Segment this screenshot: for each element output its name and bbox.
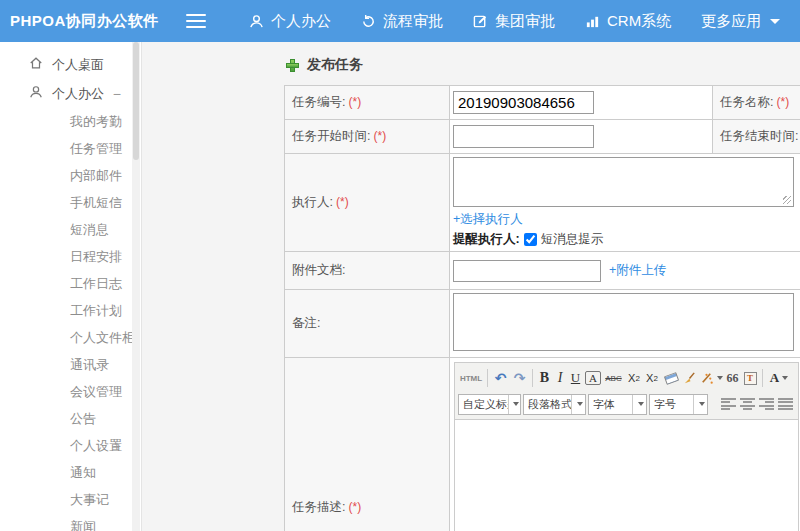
collapse-minus-icon[interactable]: − bbox=[113, 87, 121, 101]
sidebar-item-desktop[interactable]: 个人桌面 bbox=[0, 50, 141, 79]
task-name-label: 任务名称: bbox=[720, 95, 773, 109]
sidebar-item-mobile-sms[interactable]: 手机短信 bbox=[0, 189, 141, 216]
bar-chart-icon bbox=[585, 14, 600, 29]
sidebar-item-memorabilia[interactable]: 大事记 bbox=[0, 486, 141, 513]
sidebar-item-short-message[interactable]: 短消息 bbox=[0, 216, 141, 243]
nav-label: 流程审批 bbox=[383, 12, 443, 31]
sidebar-scrollbar-thumb[interactable] bbox=[133, 42, 139, 160]
remind-executor-label: 提醒执行人: bbox=[453, 231, 520, 248]
sidebar-item-label: 个人桌面 bbox=[52, 56, 104, 74]
subscript-button[interactable]: X2 bbox=[644, 368, 660, 388]
sidebar-item-label: 日程安排 bbox=[70, 248, 122, 266]
font-size-dropdown[interactable]: 字号 bbox=[649, 394, 708, 415]
form-row-description: 任务描述:(*) HTML ↶ ↷ B I U A bbox=[285, 358, 800, 531]
remark-label: 备注: bbox=[292, 316, 320, 330]
sidebar-item-label: 手机短信 bbox=[70, 194, 122, 212]
font-name-button[interactable]: A bbox=[585, 371, 601, 385]
align-center-icon[interactable] bbox=[740, 398, 755, 411]
sms-remind-checkbox[interactable] bbox=[524, 233, 537, 246]
remark-textarea[interactable] bbox=[453, 293, 794, 351]
page-title: 发布任务 bbox=[286, 56, 363, 74]
sidebar-item-label: 任务管理 bbox=[70, 140, 122, 158]
italic-button[interactable]: I bbox=[554, 368, 566, 388]
sidebar-item-personal-office[interactable]: 个人办公 − bbox=[0, 79, 141, 108]
description-label: 任务描述: bbox=[292, 500, 345, 514]
quick-format-wand-icon[interactable] bbox=[699, 368, 723, 388]
sidebar-item-label: 我的考勤 bbox=[70, 113, 122, 131]
sidebar-item-label: 工作计划 bbox=[70, 302, 122, 320]
end-time-label: 任务结束时间: bbox=[720, 129, 798, 143]
user-icon bbox=[249, 14, 264, 29]
sidebar-item-label: 个人文件柜 bbox=[70, 329, 135, 347]
sidebar-item-news[interactable]: 新闻 bbox=[0, 513, 141, 531]
nav-personal-office[interactable]: 个人办公 bbox=[234, 0, 346, 42]
attachment-input[interactable] bbox=[453, 260, 601, 282]
chevron-down-icon bbox=[770, 19, 780, 24]
sidebar-item-internal-mail[interactable]: 内部邮件 bbox=[0, 162, 141, 189]
sidebar-item-my-attendance[interactable]: 我的考勤 bbox=[0, 108, 141, 135]
task-number-input[interactable] bbox=[453, 91, 594, 114]
select-executor-link[interactable]: +选择执行人 bbox=[453, 212, 523, 226]
nav-more-apps[interactable]: 更多应用 bbox=[686, 0, 795, 42]
sidebar-item-label: 大事记 bbox=[70, 491, 109, 509]
sidebar-item-personal-settings[interactable]: 个人设置 + bbox=[0, 432, 141, 459]
sidebar-item-personal-files[interactable]: 个人文件柜 bbox=[0, 324, 141, 351]
nav-group-approval[interactable]: 集团审批 bbox=[458, 0, 570, 42]
redo-button[interactable]: ↷ bbox=[511, 368, 528, 388]
superscript-button[interactable]: X2 bbox=[626, 368, 642, 388]
required-marker: (*) bbox=[348, 500, 361, 514]
bold-button[interactable]: B bbox=[537, 368, 552, 388]
nav-crm-system[interactable]: CRM系统 bbox=[570, 0, 686, 42]
clear-format-broom-icon[interactable] bbox=[682, 368, 697, 388]
paragraph-format-dropdown[interactable]: 段落格式 bbox=[523, 394, 586, 415]
undo-button[interactable]: ↶ bbox=[492, 368, 509, 388]
underline-button[interactable]: U bbox=[568, 368, 583, 388]
start-time-label: 任务开始时间: bbox=[292, 129, 370, 143]
sidebar-item-work-log[interactable]: 工作日志 bbox=[0, 270, 141, 297]
expand-plus-icon[interactable]: + bbox=[113, 439, 121, 453]
sidebar-item-announcement[interactable]: 公告 bbox=[0, 405, 141, 432]
chevron-down-icon bbox=[513, 402, 519, 406]
publish-task-form: 任务编号:(*) 任务名称:(*) 任务开始时间:(*) 任务结束时间:(*) … bbox=[284, 85, 800, 531]
sidebar-item-label: 个人办公 bbox=[52, 85, 104, 103]
nav-label: 更多应用 bbox=[701, 12, 761, 31]
sidebar-item-label: 公告 bbox=[70, 410, 96, 428]
font-family-dropdown[interactable]: 字体 bbox=[588, 394, 647, 415]
attachment-label: 附件文档: bbox=[292, 263, 345, 277]
sidebar-item-notice[interactable]: 通知 bbox=[0, 459, 141, 486]
task-number-label: 任务编号: bbox=[292, 95, 345, 109]
align-justify-icon[interactable] bbox=[778, 398, 793, 411]
sidebar-item-meeting-management[interactable]: 会议管理 bbox=[0, 378, 141, 405]
sidebar-item-task-management[interactable]: 任务管理 bbox=[0, 135, 141, 162]
strikethrough-button[interactable]: ABC bbox=[603, 368, 624, 388]
font-color-button[interactable]: A bbox=[767, 368, 791, 388]
sidebar-scrollbar[interactable] bbox=[132, 42, 140, 531]
chevron-down-icon bbox=[699, 402, 705, 406]
sidebar: 个人桌面 个人办公 − 我的考勤 任务管理 内部邮件 手机短信 短消息 日程安排… bbox=[0, 42, 142, 531]
process-icon bbox=[361, 14, 376, 29]
remove-format-eraser-icon[interactable] bbox=[662, 368, 680, 388]
required-marker: (*) bbox=[776, 95, 789, 109]
form-row-remark: 备注: bbox=[285, 290, 800, 358]
nav-process-approval[interactable]: 流程审批 bbox=[346, 0, 458, 42]
hamburger-menu-icon[interactable] bbox=[186, 14, 206, 28]
sidebar-item-label: 短消息 bbox=[70, 221, 109, 239]
sidebar-item-contacts[interactable]: 通讯录 bbox=[0, 351, 141, 378]
executor-textarea[interactable] bbox=[453, 157, 794, 207]
page-title-label: 发布任务 bbox=[307, 56, 363, 74]
required-marker: (*) bbox=[373, 129, 386, 143]
required-marker: (*) bbox=[348, 95, 361, 109]
align-left-icon[interactable] bbox=[721, 398, 736, 411]
align-right-icon[interactable] bbox=[759, 398, 774, 411]
start-time-input[interactable] bbox=[453, 125, 594, 148]
editor-content-area[interactable] bbox=[455, 420, 798, 531]
sidebar-item-work-plan[interactable]: 工作计划 bbox=[0, 297, 141, 324]
html-source-button[interactable]: HTML bbox=[459, 368, 483, 388]
attachment-upload-link[interactable]: +附件上传 bbox=[609, 262, 666, 279]
sidebar-item-label: 工作日志 bbox=[70, 275, 122, 293]
sidebar-item-schedule[interactable]: 日程安排 bbox=[0, 243, 141, 270]
blockquote-button[interactable]: 66 bbox=[725, 368, 740, 388]
main-content: 发布任务 任务编号:(*) 任务名称:(*) 任务开始时间:(*) 任务结束时间… bbox=[142, 42, 800, 531]
paste-from-word-icon[interactable]: T bbox=[742, 368, 758, 388]
custom-title-dropdown[interactable]: 自定义标题 bbox=[458, 394, 521, 415]
